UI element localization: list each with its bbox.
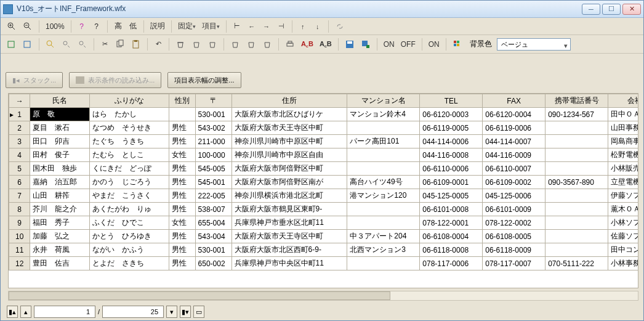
cell-co[interactable]: 小林ソフト	[608, 216, 638, 230]
row-number[interactable]: 1	[9, 108, 30, 121]
zoom-pct-button[interactable]: 100%	[43, 20, 67, 33]
table-row[interactable]: 9福田 秀子ふくだ ひでこ女性655-004兵庫県神戸市垂水区北町11078-1…	[9, 216, 639, 230]
cell-zip[interactable]: 538-007	[195, 203, 231, 216]
col-co[interactable]: 会社	[608, 94, 638, 108]
cell-tel[interactable]: 078-122-0001	[420, 216, 483, 230]
cell-tel[interactable]: 06-6101-0008	[420, 203, 483, 216]
cell-tel[interactable]: 06-6109-0001	[420, 176, 483, 189]
scroll-thumb[interactable]	[9, 291, 390, 300]
cell-zip[interactable]: 530-001	[195, 243, 231, 257]
cell-mob[interactable]	[545, 162, 608, 176]
record-last-button[interactable]: ▮▾	[180, 306, 191, 318]
cell-fax[interactable]: 06-6120-0004	[483, 108, 545, 121]
cell-fax[interactable]: 06-6118-0009	[483, 243, 545, 257]
cell-addr[interactable]: 大阪府大阪市阿倍野区南が	[231, 176, 347, 189]
cell-kana[interactable]: たぐち うきち	[89, 135, 169, 148]
cell-co[interactable]: 立壁電機商	[608, 176, 638, 189]
cell-name[interactable]: 福田 秀子	[30, 216, 90, 230]
cell-man[interactable]	[347, 216, 420, 230]
cell-kana[interactable]: あくたがわ りゅ	[89, 203, 169, 216]
cell-name[interactable]: 夏目 漱石	[30, 121, 90, 135]
cell-addr[interactable]: 兵庫県神戸市垂水区北町11	[231, 216, 347, 230]
cell-co[interactable]: 松野電機事	[608, 148, 638, 162]
col-kana[interactable]: ふりがな	[89, 94, 169, 108]
cell-mob[interactable]	[545, 135, 608, 148]
cell-fax[interactable]: 06-6119-0006	[483, 121, 545, 135]
cell-co[interactable]: 山田事務機	[608, 121, 638, 135]
cell-co[interactable]: 小林販売株	[608, 162, 638, 176]
cell-tel[interactable]: 078-117-0006	[420, 257, 483, 270]
cell-addr[interactable]: 兵庫県神戸市中央区中町11	[231, 257, 347, 270]
ab-bold-icon[interactable]: A꜀B	[317, 38, 334, 51]
cell-fax[interactable]: 044-114-0007	[483, 135, 545, 148]
cell-addr[interactable]: 神奈川県川崎市中原区自由	[231, 148, 347, 162]
help1-button[interactable]: ?	[75, 20, 89, 33]
cell-tel[interactable]: 06-6118-0008	[420, 243, 483, 257]
cell-kana[interactable]: はら たかし	[89, 108, 169, 121]
arrow-down-icon[interactable]: ↓	[311, 20, 324, 33]
col-indicator[interactable]: →	[9, 94, 30, 108]
cell-zip[interactable]: 545-001	[195, 176, 231, 189]
table-row[interactable]: 1原 敬はら たかし530-001大阪府大阪市北区ひばりケマンション鈴木406-…	[9, 108, 639, 121]
cell-fax[interactable]: 06-6110-0007	[483, 162, 545, 176]
align-right-icon[interactable]: ⊣	[275, 20, 288, 33]
cell-fax[interactable]: 06-6101-0009	[483, 203, 545, 216]
cell-tel[interactable]: 06-6119-0005	[420, 121, 483, 135]
cell-tel[interactable]: 06-6108-0004	[420, 230, 483, 243]
cell-kana[interactable]: なつめ そうせき	[89, 121, 169, 135]
hi-button[interactable]: 高	[111, 20, 125, 33]
cell-kana[interactable]: ふくだ ひでこ	[89, 216, 169, 230]
cell-addr[interactable]: 大阪府大阪市北区西町6-9-	[231, 243, 347, 257]
row-number[interactable]: 12	[9, 257, 30, 270]
cell-kana[interactable]: くにきだ どっぽ	[89, 162, 169, 176]
horizontal-scrollbar[interactable]	[8, 291, 638, 301]
bg-color-combo[interactable]: ベージュ	[497, 38, 571, 51]
cell-name[interactable]: 田口 卯吉	[30, 135, 90, 148]
fixed-dropdown[interactable]: 固定	[175, 20, 198, 33]
cell-kana[interactable]: かのう じごろう	[89, 176, 169, 189]
cell-co[interactable]: 薫木ＯＡ販	[608, 203, 638, 216]
cell-tel[interactable]: 044-114-0006	[420, 135, 483, 148]
cell-name[interactable]: 豊田 佐吉	[30, 257, 90, 270]
cell-fax[interactable]: 078-117-0007	[483, 257, 545, 270]
cell-name[interactable]: 嘉納 治五郎	[30, 176, 90, 189]
table-row[interactable]: 6嘉納 治五郎かのう じごろう男性545-001大阪府大阪市阿倍野区南が高台ハイ…	[9, 176, 639, 189]
record-form-icon[interactable]: ▭	[193, 306, 204, 318]
cell-addr[interactable]: 神奈川県横浜市港北区北町	[231, 189, 347, 203]
cell-co[interactable]: 佐藤ソフト	[608, 230, 638, 243]
current-record[interactable]: 1	[34, 306, 95, 318]
row-number[interactable]: 7	[9, 189, 30, 203]
record-prev-button[interactable]: ▴	[20, 306, 31, 318]
cell-man[interactable]	[347, 121, 420, 135]
data-grid[interactable]: → 氏名 ふりがな 性別 〒 住所 マンション名 TEL FAX 携帯電話番号 …	[8, 93, 638, 288]
col-name[interactable]: 氏名	[30, 94, 90, 108]
cell-zip[interactable]: 211-000	[195, 135, 231, 148]
cell-man[interactable]	[347, 203, 420, 216]
col-fax[interactable]: FAX	[483, 94, 545, 108]
adjust-widths-button[interactable]: 項目表示幅の調整...	[167, 72, 241, 88]
cell-tel[interactable]: 045-125-0005	[420, 189, 483, 203]
cell-man[interactable]: 北西マンション3	[347, 243, 420, 257]
cell-zip[interactable]: 655-004	[195, 216, 231, 230]
trash-6-icon[interactable]	[260, 38, 275, 51]
cell-sex[interactable]: 女性	[169, 216, 195, 230]
copy-icon[interactable]	[113, 38, 127, 51]
table-row[interactable]: 10加藤 弘之かとう ひろゆき男性543-004大阪府大阪市天王寺区中町中３アパ…	[9, 230, 639, 243]
cell-kana[interactable]: やまだ こうさく	[89, 189, 169, 203]
cell-man[interactable]	[347, 257, 420, 270]
cell-sex[interactable]: 男性	[169, 135, 195, 148]
cell-addr[interactable]: 大阪府大阪市天王寺区中町	[231, 121, 347, 135]
row-number[interactable]: 8	[9, 203, 30, 216]
cell-mob[interactable]	[545, 148, 608, 162]
cell-zip[interactable]: 650-002	[195, 257, 231, 270]
print-icon[interactable]	[283, 38, 297, 51]
zoom-out-icon[interactable]	[20, 20, 35, 33]
cell-man[interactable]: 高台ハイツ49号	[347, 176, 420, 189]
table-row[interactable]: 4田村 俊子たむら としこ女性100-000神奈川県川崎市中原区自由044-11…	[9, 148, 639, 162]
cell-fax[interactable]: 044-116-0009	[483, 148, 545, 162]
cell-zip[interactable]: 222-005	[195, 189, 231, 203]
table-row[interactable]: 3田口 卯吉たぐち うきち男性211-000神奈川県川崎市中原区中町パーク高田1…	[9, 135, 639, 148]
palette-icon[interactable]	[450, 38, 465, 51]
cell-fax[interactable]: 078-122-0002	[483, 216, 545, 230]
cell-tel[interactable]: 044-116-0008	[420, 148, 483, 162]
